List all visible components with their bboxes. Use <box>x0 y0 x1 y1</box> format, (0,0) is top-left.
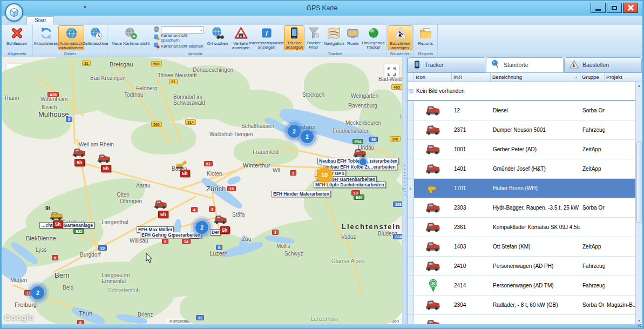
filter-row[interactable]: Kein Bild vorhanden <box>408 82 635 101</box>
kartenansicht-speichern-button[interactable]: Kartenansicht speichern <box>153 34 205 42</box>
table-row[interactable] <box>408 315 635 324</box>
marker-cluster[interactable]: 2 <box>195 221 208 234</box>
map-terrain <box>31 257 177 324</box>
close-x-icon <box>10 26 24 42</box>
app-window: ▾ GPS Karte Start Schliessen Allgemein <box>0 0 644 329</box>
ribbon-group-daten: Aktualisieren Automatisch aktualisieren … <box>33 25 107 57</box>
schliessen-button[interactable]: Schliessen <box>2 25 31 50</box>
cell-inr: 12 <box>452 101 491 120</box>
ribbon-group-reports: Reports Reports <box>414 25 438 57</box>
vertical-scrollbar[interactable]: ▲ ▼ <box>635 82 642 324</box>
truck-icon <box>414 257 452 276</box>
site-label[interactable]: …chtrach Gartenanlage <box>39 222 94 229</box>
truck-marker[interactable] <box>153 199 168 212</box>
marker-cluster[interactable]: 2 <box>31 286 44 299</box>
zeitmaschine-button[interactable]: Zeitmaschine <box>84 25 107 50</box>
map-label: Freiburg <box>15 301 37 308</box>
table-row[interactable]: 1001 Gerber Peter (AD) ZeitApp <box>408 140 635 159</box>
map-label: Illzach <box>42 104 57 110</box>
marker-cluster[interactable]: 10 <box>317 167 332 183</box>
interessenspunkte-button[interactable]: i Interessenspunkte anzeigen <box>252 25 282 50</box>
cell-bezeichnung: Gerber Peter (AD) <box>491 140 580 159</box>
column-header-projekt[interactable]: Projekt <box>605 73 642 82</box>
close-icon <box>628 5 634 11</box>
ort-suchen-button[interactable]: Ort suchen <box>205 25 230 50</box>
cell-gruppe: Fahrzeuge <box>580 257 605 276</box>
reports-button[interactable]: Reports <box>415 25 436 50</box>
table-row[interactable]: 2303 Hydr-Bagger, Raupen, -3.5 t, 25 kW … <box>408 198 635 218</box>
maximize-button[interactable] <box>607 3 622 13</box>
route-button[interactable]: Route <box>345 25 361 50</box>
table-row[interactable]: 2371 Dumper Neuson 5001 Fahrzeuge <box>408 120 635 140</box>
pin20-icon: 20 <box>414 276 452 295</box>
road-badge: 4 <box>191 207 198 212</box>
truck-marker[interactable] <box>97 153 111 166</box>
map-label: Thun <box>79 310 92 317</box>
panel-tab-standorte[interactable]: Standorte <box>486 57 564 72</box>
map-panel-splitter[interactable]: › <box>402 57 407 324</box>
panel-tab-baustellen[interactable]: Baustellen <box>564 57 642 72</box>
table-row[interactable]: 2361 Kompaktlader Komatsu SK 09J 4.5to <box>408 218 635 237</box>
cell-inr: 1701 <box>452 179 491 198</box>
tab-start[interactable]: Start <box>26 16 54 25</box>
table-row[interactable]: › 1701 Huber Bruno (WH) <box>408 179 635 198</box>
aktualisieren-button[interactable]: Aktualisieren <box>33 25 58 50</box>
kartenansicht-loeschen-button[interactable]: Kartenansicht löschen <box>153 42 205 50</box>
table-row[interactable]: 1401 Gmünder Josef (H&T) ZeitApp <box>408 159 635 179</box>
row-indicator <box>408 257 414 276</box>
hours-badge: 5h <box>180 170 190 177</box>
resize-grip[interactable] <box>636 324 641 327</box>
column-header-inr[interactable]: INR <box>452 73 491 82</box>
route-label: Route <box>347 42 358 46</box>
app-icon[interactable] <box>5 3 23 22</box>
column-header-gruppe[interactable]: Gruppe <box>580 73 605 82</box>
map-label: Breisgau <box>110 61 133 68</box>
neue-kartenansicht-button[interactable]: Neue Kartenansicht <box>108 25 153 50</box>
navigation-button[interactable]: Navigation <box>322 25 345 50</box>
panel-tab-tracker[interactable]: Tracker <box>408 57 485 72</box>
map-label: Mollis <box>276 243 290 249</box>
tracker-filter-button[interactable]: Tracker Filter <box>304 25 322 50</box>
umliegende-tracker-label: Umliegende Tracker <box>362 41 385 50</box>
marker-cluster[interactable]: 2 <box>301 130 314 143</box>
umliegende-tracker-button[interactable]: Umliegende Tracker <box>361 25 386 50</box>
navigation-label: Navigation <box>323 42 344 46</box>
interessenspunkte-label: Interessenspunkte anzeigen <box>249 41 284 50</box>
site-label[interactable]: Umbau EFH Kolbe Zi…erarbeiten <box>322 164 397 170</box>
marker-cluster[interactable] <box>360 158 367 165</box>
baustellen-anzeigen-button[interactable]: Baustellen anzeigen <box>388 25 412 50</box>
site-label[interactable]: EFH Gehrig Gipserarbeiten <box>140 232 202 238</box>
column-header-bezeichnung[interactable]: Bezeichnung▲ <box>491 73 580 82</box>
close-button[interactable] <box>623 3 638 13</box>
marker-cluster[interactable]: 2 <box>288 125 301 138</box>
map-label: Waldshut-Tiengen <box>209 131 253 137</box>
tracker-anzeigen-button[interactable]: Tracker anzeigen <box>284 25 304 50</box>
table-row[interactable]: 2304 Radlader, - 8 t, 60 kW (GB) Sorba O… <box>408 296 635 315</box>
group-label-reports: Reports <box>414 51 437 57</box>
automatisch-aktualisieren-button[interactable]: Automatisch aktualisieren <box>58 25 84 50</box>
truck-marker[interactable] <box>72 147 86 160</box>
table-row[interactable]: 12 Diesel Sorba Ort... <box>408 101 635 120</box>
table-row[interactable]: 20 2414 Personenwagen (AD TM) Fahrzeuge <box>408 276 635 296</box>
verkehr-anzeigen-button[interactable]: Verkehr anzeigen <box>230 25 252 50</box>
truck-marker[interactable] <box>213 214 228 227</box>
road-badge: S16 <box>393 234 402 239</box>
row-indicator <box>408 276 414 295</box>
svg-text:20: 20 <box>431 281 435 285</box>
table-row[interactable]: 2410 Personenwagen (AD PH) Fahrzeuge <box>408 257 635 276</box>
scroll-up-icon[interactable]: ▲ <box>638 82 641 89</box>
table-row[interactable]: 1403 Ott Stefan (KM) ZeitApp <box>408 237 635 257</box>
minimize-button[interactable] <box>591 3 606 13</box>
cell-inr: 1403 <box>452 237 491 256</box>
ribbon-group-baustellen: Baustellen anzeigen Baustellen <box>387 25 414 57</box>
column-header-icon[interactable]: Icon <box>414 73 452 82</box>
truck-icon <box>414 296 452 314</box>
kartenansicht-combobox[interactable] <box>161 26 204 33</box>
fullscreen-icon <box>388 68 396 76</box>
scroll-thumb[interactable] <box>636 142 642 223</box>
map-canvas[interactable]: Karte Satellit + − Google Kartendaten © … <box>2 57 402 324</box>
tracker-anzeigen-label: Tracker anzeigen <box>285 41 303 50</box>
cell-projekt <box>605 101 635 120</box>
site-label[interactable]: EFH Hinder Malerarbeiten <box>272 191 331 197</box>
row-indicator <box>408 198 414 217</box>
